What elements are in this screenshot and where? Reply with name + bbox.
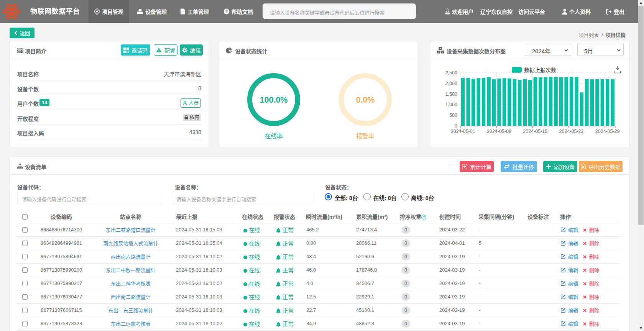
svg-text:1,500: 1,500 bbox=[445, 92, 457, 97]
svg-text:2,500: 2,500 bbox=[445, 70, 457, 75]
svg-text:2,000: 2,000 bbox=[445, 81, 457, 86]
svg-text:0.0%: 0.0% bbox=[356, 95, 375, 105]
svg-text:0: 0 bbox=[455, 123, 457, 129]
svg-text:2024-05-01: 2024-05-01 bbox=[451, 129, 475, 134]
svg-text:2024-05-29: 2024-05-29 bbox=[595, 129, 620, 134]
svg-text:500: 500 bbox=[449, 113, 457, 118]
svg-text:数据上报次数: 数据上报次数 bbox=[524, 67, 556, 73]
svg-text:?: ? bbox=[225, 10, 228, 14]
svg-text:2024-05-15: 2024-05-15 bbox=[523, 129, 547, 134]
svg-text:2024-05-22: 2024-05-22 bbox=[559, 129, 584, 134]
svg-text:100.0%: 100.0% bbox=[260, 95, 288, 105]
svg-text:?: ? bbox=[423, 215, 425, 219]
svg-text:2024-05-08: 2024-05-08 bbox=[487, 129, 511, 134]
svg-text:1,000: 1,000 bbox=[445, 102, 457, 107]
